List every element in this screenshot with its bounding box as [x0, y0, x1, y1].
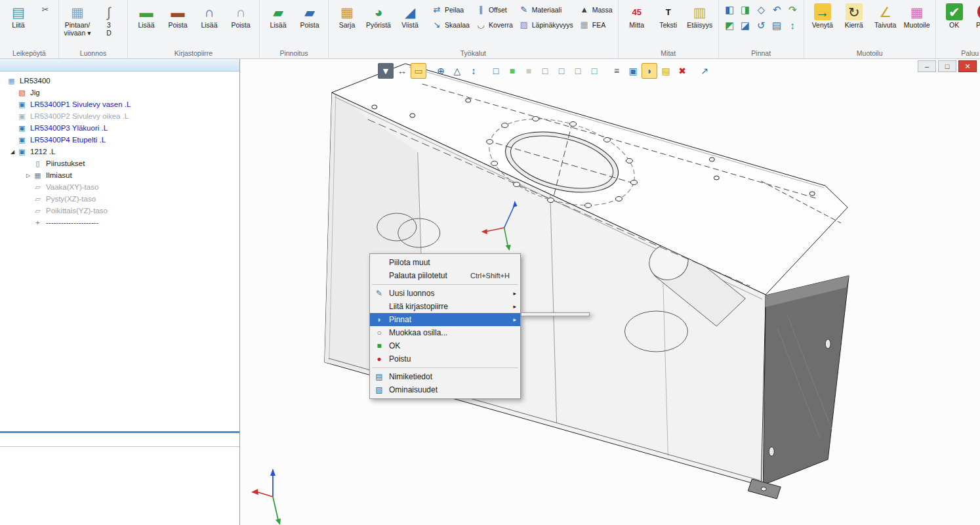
tree-item-ilmiasut[interactable]: ▷▦Ilmiasut	[0, 169, 239, 181]
ribbon-button-liit[interactable]: ▤Liitä	[3, 2, 33, 30]
tree-item-label: ---------------------	[46, 219, 98, 226]
tree-item-lr53400p1-sivulevy-vasen-l[interactable]: ▣LR53400P1 Sivulevy vasen .L	[0, 98, 239, 110]
wireframe-view-icon[interactable]: □	[537, 63, 553, 79]
ribbon-button-massa[interactable]: ▲Massa	[577, 2, 615, 17]
surface-split-button[interactable]: ◧	[722, 2, 737, 17]
ribbon-button-3-d[interactable]: ∫3 D	[94, 2, 124, 38]
menu-edit-with-parts[interactable]: ○Muokkaa osilla...	[370, 326, 520, 339]
model-3d[interactable]	[240, 59, 980, 525]
select-circle-icon[interactable]: ⊕	[433, 63, 449, 79]
ribbon-button-offset[interactable]: ∥Offset	[473, 2, 515, 17]
ribbon-button-teksti[interactable]: TTeksti	[653, 2, 684, 30]
menu-hide-others[interactable]: Piilota muut	[370, 256, 520, 269]
open-expander-icon[interactable]: ◢	[8, 149, 17, 155]
surface-trim-button[interactable]: ◪	[738, 18, 753, 33]
menu-restore-hidden[interactable]: Palauta piilotetutCtrl+Shift+H	[370, 269, 520, 282]
tree-item-lr53400p3-yl-kuori-l[interactable]: ▣LR53400P3 Yläkuori .L	[0, 122, 239, 134]
plane-icon: ▱	[33, 194, 43, 203]
tree-item-lr53400p2-sivulevy-oikea-l[interactable]: ▣LR53400P2 Sivulevy oikea .L	[0, 110, 239, 122]
close-button[interactable]: ✕	[958, 60, 977, 72]
viewport-3d[interactable]: ▼↔▭⊕△↕□■■□□□□≡▣◗▤✖↗ –□✕ Piilota muutPala…	[240, 59, 980, 525]
ribbon-button-koverra[interactable]: ◡Koverra	[473, 17, 515, 32]
minimize-button[interactable]: –	[918, 60, 936, 72]
copy-icon[interactable]: ▣	[625, 63, 641, 79]
et-isyys-icon: ▥	[691, 3, 708, 20]
surface-save-button[interactable]: ▤	[769, 18, 785, 33]
ribbon-button-kierr[interactable]: ↻Kierrä	[839, 2, 869, 30]
flip-normal-icon[interactable]: ↕	[466, 63, 481, 79]
menu-new-sketch[interactable]: ✎Uusi luonnos▸	[370, 287, 520, 300]
surface-tool-icon[interactable]: ◗	[642, 63, 657, 79]
ribbon-group-label: Paluu	[936, 49, 980, 57]
menu-item-data[interactable]: ▤Nimiketiedot	[370, 370, 520, 383]
ribbon-button-skaalaa[interactable]: ↘Skaalaa	[429, 17, 472, 32]
delete-icon[interactable]: ✖	[674, 63, 690, 79]
tree-item-piirustukset[interactable]: ▯Piirustukset	[0, 158, 239, 169]
ribbon-button-cut[interactable]: ✂	[37, 2, 55, 17]
menu-item-label: Palauta piilotetut	[389, 271, 464, 280]
tree-item-item[interactable]: +---------------------	[0, 217, 239, 228]
export-icon[interactable]: ↗	[697, 63, 712, 79]
move-icon[interactable]: ↔	[394, 63, 410, 79]
surface-join-button[interactable]: ◩	[722, 18, 737, 33]
ribbon-button-sarja[interactable]: ▦Sarja	[332, 2, 362, 30]
menu-exit[interactable]: ●Poistu	[370, 352, 520, 366]
ribbon-button-peilaa[interactable]: ⇄Peilaa	[429, 2, 472, 17]
tree-item-poikittais-yz-taso[interactable]: ▱Poikittais(YZ)-taso	[0, 205, 239, 217]
ribbon-button-poista[interactable]: ▰Poista	[295, 2, 325, 30]
ribbon-button-taivuta[interactable]: ∠Taivuta	[870, 2, 901, 30]
ribbon-button-ok[interactable]: ✔OK	[939, 2, 970, 30]
tree-item-lr53400p4-etupelti-l[interactable]: ▣LR53400P4 Etupelti .L	[0, 134, 239, 146]
ribbon-button-fea[interactable]: ▦FEA	[577, 17, 615, 32]
closed-expander-icon[interactable]: ▷	[24, 173, 33, 178]
ribbon-button-mitta[interactable]: 45Mitta	[622, 2, 652, 30]
box-view-icon[interactable]: □	[570, 63, 586, 79]
gray-view-icon[interactable]: ■	[521, 63, 537, 79]
ribbon-button-pintaan-viivaan[interactable]: ▦Pintaan/ viivaan ▾	[62, 2, 92, 38]
measure-icon[interactable]: ▭	[411, 63, 426, 79]
poista-icon: ▰	[301, 3, 318, 20]
tree-item-pysty-xz-taso[interactable]: ▱Pysty(XZ)-taso	[0, 193, 239, 205]
ribbon-button-lis[interactable]: ▬Lisää	[131, 2, 161, 30]
surface-flip-button[interactable]: ↕	[785, 18, 800, 33]
select-up-icon[interactable]: △	[449, 63, 465, 79]
ribbon-button-l-pin-kyvyys[interactable]: ▨Läpinäkyvyys	[516, 17, 575, 32]
tree-item-jig[interactable]: ▧Jig	[0, 87, 239, 98]
ribbon-button-poistu[interactable]: ✖Poistu	[971, 2, 980, 30]
select-box-icon[interactable]: □	[488, 63, 504, 79]
ribbon-button-lis[interactable]: ∩Lisää	[194, 2, 224, 30]
menu-properties[interactable]: ▧Ominaisuudet	[370, 383, 520, 396]
surface-extend-button[interactable]: ◨	[738, 2, 753, 17]
tree-item-vaaka-xy-taso[interactable]: ▱Vaaka(XY)-taso	[0, 181, 239, 193]
ribbon-button-py-rist[interactable]: ◕Pyöristä	[363, 2, 394, 30]
menu-ok[interactable]: ■OK	[370, 339, 520, 352]
restore-button[interactable]: □	[938, 60, 956, 72]
surface-rotate-button[interactable]: ↺	[754, 18, 769, 33]
list-icon[interactable]: ≡	[609, 63, 624, 79]
surface-sweep-left-button[interactable]: ↶	[769, 2, 785, 17]
ribbon-button-lis[interactable]: ▰Lisää	[263, 2, 293, 30]
ribbon-button-et-isyys[interactable]: ▥Etäisyys	[685, 2, 715, 30]
hidden-line-view-icon[interactable]: □	[554, 63, 569, 79]
shaded-view-icon[interactable]: ■	[504, 63, 520, 79]
part-tree-panel: ▦LR53400▧Jig▣LR53400P1 Sivulevy vasen .L…	[0, 59, 240, 525]
edges-view-icon[interactable]: □	[586, 63, 602, 79]
pin-icon[interactable]: ▼	[378, 63, 394, 79]
ribbon-button-poista[interactable]: ∩Poista	[226, 2, 256, 30]
tree-item-label: LR53400P2 Sivulevy oikea .L	[30, 112, 129, 120]
ribbon-button-poista[interactable]: ▬Poista	[163, 2, 193, 30]
ribbon-button-muotoile[interactable]: ▦Muotoile	[902, 2, 932, 30]
tree-item-1212-l[interactable]: ◢▣1212 .L	[0, 146, 239, 158]
ribbon-button-viist[interactable]: ◢Viistä	[395, 2, 425, 30]
drawer-icon[interactable]: ▤	[658, 63, 674, 79]
ribbon-group-label: Kirjastopiirre	[128, 49, 259, 57]
surface-patch-button[interactable]: ◇	[754, 2, 769, 17]
ribbon-button-materiaali[interactable]: ✎Materiaali	[516, 2, 575, 17]
menu-surfaces[interactable]: ◗Pinnat▸	[370, 313, 520, 326]
tree-item-lr53400[interactable]: ▦LR53400	[0, 75, 239, 87]
menu-paste-library-feature[interactable]: Liitä kirjastopiirre▸	[370, 300, 520, 313]
ribbon-button-venyt[interactable]: →Venytä	[807, 2, 838, 30]
tree-item-label: LR53400P3 Yläkuori .L	[30, 124, 108, 132]
surface-sweep-right-button[interactable]: ↷	[785, 2, 800, 17]
massa-icon: ▲	[579, 4, 590, 16]
